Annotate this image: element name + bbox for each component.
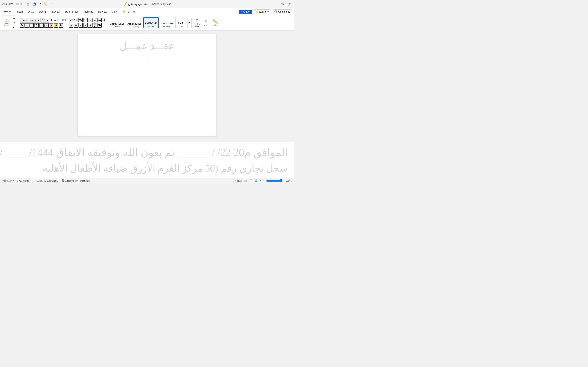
shrink-font-button[interactable]: A <box>53 18 56 22</box>
change-case-button[interactable]: Aa <box>57 18 61 22</box>
sort-button[interactable]: ↑A <box>97 18 102 22</box>
subscript-button[interactable]: x₂ <box>39 23 44 28</box>
align-center-button[interactable]: ≡ <box>74 23 78 27</box>
share-button[interactable]: ↑ Share <box>239 9 252 14</box>
grow-font-button[interactable]: A <box>50 18 53 22</box>
copy-button[interactable]: ⧉ <box>11 21 17 25</box>
cut-icon: ✂ <box>13 17 15 20</box>
word-count[interactable]: 1927 words <box>17 180 29 182</box>
font-size-select[interactable]: 18 <box>40 18 49 23</box>
ribbon-actions: ↑ Share ✏️ Editing ▾ 💬 Comments <box>239 9 292 14</box>
word-count-text: 1927 words <box>17 180 29 182</box>
title-bar-left: AutoSave OFF 🏠 💾 ↩ ✏️ ••• <box>2 2 53 6</box>
align-right-button[interactable]: ≡ <box>78 23 83 27</box>
accessibility-status[interactable]: ♿ Accessibility: Investigate <box>62 179 90 182</box>
toggle-knob <box>14 3 16 5</box>
style-title-btn[interactable]: AaBb Title <box>175 17 188 28</box>
share-title-btn[interactable]: 🔗 <box>287 2 292 6</box>
editor-button[interactable]: ✏️ Editor <box>211 17 219 28</box>
multilevel-button[interactable]: ⊟▾ <box>78 18 83 22</box>
style-title-preview: AaBb <box>178 22 185 25</box>
language-selector[interactable]: Arabic (Saudi Arabia) <box>37 180 58 182</box>
bold-button[interactable]: B <box>20 23 24 28</box>
style-nospace-preview: AaBbCcDdEe <box>128 23 141 25</box>
justify-button[interactable]: ≡ <box>83 23 87 27</box>
clipboard-section: 📋 Paste ✂ ⧉ 🖌 <box>2 16 18 29</box>
tab-layout[interactable]: Layout <box>50 8 62 16</box>
document-title-text: عقـــد عمـــل <box>90 40 204 52</box>
font-color-2-button[interactable]: A▾ <box>59 23 63 28</box>
web-layout-icon: 🌐 <box>255 179 258 182</box>
title-bar: AutoSave OFF 🏠 💾 ↩ ✏️ ••• 📝 عقد بلو مون … <box>0 0 294 8</box>
cut-button[interactable]: ✂ <box>11 16 17 20</box>
title-bar-center: 📝 عقد بلو مون فارغ — Saved to my Mac <box>123 2 171 6</box>
page-info[interactable]: Page 1 of 7 <box>2 180 14 182</box>
tab-draw[interactable]: Draw <box>26 8 36 16</box>
shading-button[interactable]: 🎨▾ <box>93 23 97 27</box>
read-mode-icon: 📖 <box>244 179 247 182</box>
zoom-in-button[interactable]: + <box>283 179 285 183</box>
clear-format-button[interactable]: ⌫ <box>61 18 66 22</box>
search-title-btn[interactable]: 🔍 <box>281 2 285 6</box>
dictate-button[interactable]: 🎙 Dictate <box>202 17 211 28</box>
accessibility-icon: ♿ <box>62 179 65 182</box>
format-painter-button[interactable]: 🖌 <box>11 25 17 29</box>
font-name-select[interactable]: Times New R... <box>20 18 40 23</box>
tab-references[interactable]: References <box>63 8 81 16</box>
styles-pane-button[interactable]: 🗒 StylesPane <box>193 17 201 28</box>
increase-indent-button[interactable]: → <box>88 18 92 22</box>
zoom-slider[interactable] <box>266 179 283 183</box>
web-layout-button[interactable]: 🌐 <box>255 179 258 182</box>
numbering-button[interactable]: 1.▾ <box>74 18 78 22</box>
document-page[interactable]: عقـــد عمـــل <box>78 34 216 136</box>
outline-button[interactable]: ≡ <box>260 180 261 182</box>
line-spacing-button[interactable]: ↕▾ <box>88 23 92 27</box>
format-painter-icon: 🖌 <box>13 25 15 28</box>
comments-button[interactable]: 💬 Comments <box>272 9 292 14</box>
underline-button[interactable]: U <box>29 23 34 28</box>
tab-mailings[interactable]: Mailings <box>81 8 96 16</box>
rtl-ltr-button[interactable]: ⇔ <box>93 18 97 22</box>
style-heading2-btn[interactable]: AaBbCcDE Heading 2 <box>159 17 175 28</box>
focus-text: Focus <box>235 180 242 182</box>
print-layout-button[interactable]: 📄 <box>249 179 252 182</box>
tab-tell-me[interactable]: 💡Tell me <box>120 8 137 16</box>
borders-button[interactable]: ⊞▾ <box>97 23 102 27</box>
italic-button[interactable]: I <box>25 23 29 28</box>
more-title-btn[interactable]: ••• <box>49 2 53 6</box>
focus-button[interactable]: ⊙ Focus <box>233 179 242 182</box>
bullets-button[interactable]: ≡▾ <box>69 18 73 22</box>
paste-button[interactable]: 📋 Paste <box>2 17 11 28</box>
pen-btn[interactable]: ✏️ <box>43 2 48 6</box>
tab-design[interactable]: Design <box>36 8 50 16</box>
style-no-spacing-btn[interactable]: AaBbCcDdEe No Spacing <box>126 17 143 28</box>
autosave-control[interactable]: AutoSave OFF <box>2 3 24 6</box>
zoom-control: − + 500% <box>264 179 292 183</box>
document-area[interactable]: عقـــد عمـــل الموافق م20 22/ / ______ ت… <box>0 30 294 178</box>
strikethrough-button[interactable]: S <box>34 23 39 28</box>
style-heading1-btn[interactable]: AaBbCcD Heading 1 <box>143 17 159 28</box>
highlight-button[interactable]: A <box>54 23 58 28</box>
undo-btn[interactable]: ↩ <box>38 2 42 6</box>
show-hide-button[interactable]: ¶ <box>102 18 106 22</box>
font-section: Times New R... 18 A A Aa ⌫ B I U S x₂ x²… <box>19 18 67 28</box>
font-color-button[interactable]: A <box>49 23 53 28</box>
tab-review[interactable]: Review <box>96 8 109 16</box>
paragraph-section: ≡▾ 1.▾ ⊟▾ ← → ⇔ ↑A ¶ ≡ ≡ ≡ ≡ ↕▾ 🎨▾ ⊞▾ <box>68 18 107 27</box>
save-btn[interactable]: 💾 <box>32 2 36 6</box>
home-btn[interactable]: 🏠 <box>26 2 30 6</box>
autosave-toggle[interactable] <box>14 3 19 5</box>
more-styles-button[interactable]: ▾ <box>188 17 190 28</box>
read-mode-button[interactable]: 📖 <box>244 179 247 182</box>
tab-view[interactable]: View <box>109 8 120 16</box>
zoom-out-button[interactable]: − <box>264 179 265 183</box>
tab-home[interactable]: Home <box>2 8 14 16</box>
share-icon: ↑ <box>241 10 242 13</box>
tab-insert[interactable]: Insert <box>14 8 26 16</box>
spellcheck-status[interactable]: ✓ <box>32 179 34 182</box>
superscript-button[interactable]: x² <box>44 23 49 28</box>
style-normal-btn[interactable]: AaBbCcDdEe Normal <box>109 17 126 28</box>
decrease-indent-button[interactable]: ← <box>83 18 87 22</box>
editing-button[interactable]: ✏️ Editing ▾ <box>253 9 271 14</box>
align-left-button[interactable]: ≡ <box>69 23 73 27</box>
